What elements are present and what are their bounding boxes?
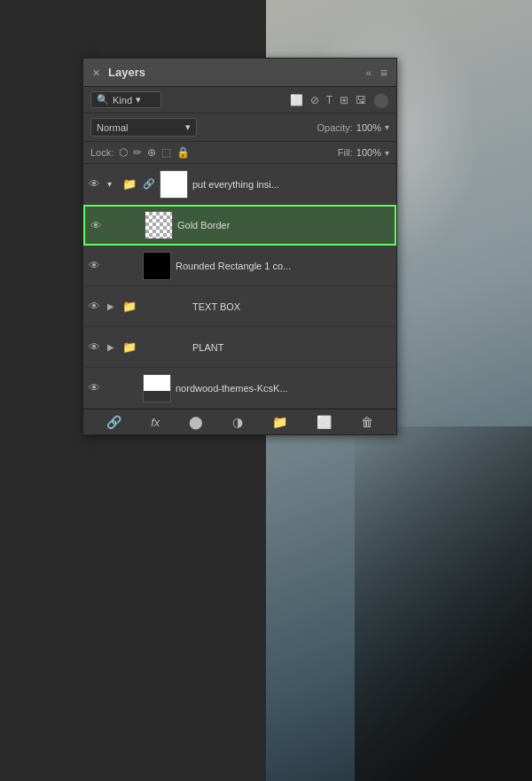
visibility-icon[interactable]: 👁 <box>90 219 105 232</box>
layer-thumbnail <box>145 211 173 239</box>
opacity-value[interactable]: 100% <box>356 122 381 133</box>
lock-transparent-icon[interactable]: ⬡ <box>119 146 128 159</box>
blend-mode-value: Normal <box>97 122 128 133</box>
panel-menu-button[interactable]: ≡ <box>380 66 387 80</box>
layer-thumbnail <box>160 170 188 199</box>
add-mask-icon[interactable]: ⬜ <box>317 415 332 429</box>
lock-row: Lock: ⬡ ✏ ⊕ ⬚ 🔒 Fill: 100% ▾ <box>83 142 396 164</box>
lock-icons: ⬡ ✏ ⊕ ⬚ 🔒 <box>119 146 190 159</box>
layer-name: TEXT BOX <box>192 301 391 312</box>
filter-row: 🔍 Kind ▾ ⬜ ⊘ T ⊞ 🖫 ⬤ <box>83 87 396 113</box>
expand-arrow[interactable]: ▶ <box>107 342 118 352</box>
kind-dropdown[interactable]: 🔍 Kind ▾ <box>90 91 161 108</box>
fill-value[interactable]: 100% <box>356 147 381 158</box>
opacity-arrow[interactable]: ▾ <box>385 122 389 132</box>
fill-section: Fill: 100% ▾ <box>338 147 389 158</box>
search-icon: 🔍 <box>97 94 109 105</box>
table-row[interactable]: 👁 Rounded Rectangle 1 co... <box>83 246 396 286</box>
layer-thumb-content <box>145 212 172 238</box>
fill-arrow[interactable]: ▾ <box>385 148 389 158</box>
table-row[interactable]: 👁 ▶ 📁 PLANT <box>83 327 396 368</box>
visibility-icon[interactable]: 👁 <box>89 300 103 313</box>
kind-label: Kind <box>113 95 132 105</box>
lock-all-icon[interactable]: 🔒 <box>176 146 190 159</box>
visibility-icon[interactable]: 👁 <box>89 259 103 272</box>
layer-thumbnail <box>143 374 171 402</box>
group-folder-icon: 📁 <box>122 340 138 354</box>
opacity-label: Opacity: <box>317 122 353 133</box>
table-row[interactable]: 👁 nordwood-themes-KcsK... <box>83 368 396 409</box>
layer-name: PLANT <box>192 342 391 353</box>
layer-name: Rounded Rectangle 1 co... <box>176 261 391 271</box>
table-row[interactable]: 👁 Gold Border <box>83 205 396 246</box>
layer-thumb-content <box>144 375 170 402</box>
layer-name: put everything insi... <box>192 179 391 190</box>
panel-toolbar: 🔗 fx ⬤ ◑ 📁 ⬜ 🗑 <box>83 409 396 434</box>
filter-smart-icon[interactable]: 🖫 <box>356 94 366 106</box>
table-row[interactable]: 👁 ▶ 📁 TEXT BOX <box>83 286 396 327</box>
new-fill-icon[interactable]: ◑ <box>232 415 243 429</box>
filter-shape-icon[interactable]: ⊞ <box>340 94 348 106</box>
layer-name: Gold Border <box>177 220 389 230</box>
filter-adjustment-icon[interactable]: ⊘ <box>310 94 319 106</box>
new-adjustment-icon[interactable]: ⬤ <box>189 415 203 429</box>
filter-circle-icon[interactable]: ⬤ <box>373 91 389 108</box>
panel-title: Layers <box>108 66 145 79</box>
lock-position-icon[interactable]: ⊕ <box>147 146 156 159</box>
visibility-icon[interactable]: 👁 <box>89 340 103 354</box>
layer-name: nordwood-themes-KcsK... <box>176 383 391 394</box>
visibility-icon[interactable]: 👁 <box>89 381 103 394</box>
filter-icons: ⬜ ⊘ T ⊞ 🖫 ⬤ <box>290 91 389 108</box>
group-folder-icon: 📁 <box>122 300 138 313</box>
filter-text-icon[interactable]: T <box>326 94 332 106</box>
layer-thumb-content <box>144 253 170 279</box>
expand-arrow[interactable]: ▾ <box>107 179 118 189</box>
filter-pixel-icon[interactable]: ⬜ <box>290 94 303 106</box>
opacity-section: Opacity: 100% ▾ <box>317 122 390 133</box>
delete-layer-icon[interactable]: 🗑 <box>361 415 373 429</box>
layer-thumb-content <box>160 171 187 198</box>
layer-thumbnail <box>143 252 171 280</box>
panel-collapse-icon[interactable]: « <box>366 67 372 78</box>
lock-artboard-icon[interactable]: ⬚ <box>161 146 171 159</box>
panel-header: ✕ Layers « ≡ <box>83 59 396 87</box>
visibility-icon[interactable]: 👁 <box>89 177 103 191</box>
new-group-icon[interactable]: 📁 <box>272 415 287 429</box>
layers-list: 👁 ▾ 📁 🔗 put everything insi... 👁 Gold Bo… <box>83 164 396 409</box>
fill-label: Fill: <box>338 147 353 158</box>
panel-header-left: ✕ Layers <box>92 66 145 79</box>
dark-corner <box>355 426 532 781</box>
layer-link-icon: 🔗 <box>143 178 155 190</box>
blend-dropdown-arrow: ▾ <box>185 121 191 133</box>
table-row[interactable]: 👁 ▾ 📁 🔗 put everything insi... <box>83 164 396 205</box>
lock-image-icon[interactable]: ✏ <box>133 146 142 159</box>
close-button[interactable]: ✕ <box>92 68 101 77</box>
fx-button[interactable]: fx <box>151 416 160 429</box>
expand-arrow[interactable]: ▶ <box>107 301 118 311</box>
lock-label: Lock: <box>90 147 113 158</box>
group-folder-icon: 📁 <box>122 177 138 191</box>
blend-row: Normal ▾ Opacity: 100% ▾ <box>83 113 396 142</box>
link-layers-icon[interactable]: 🔗 <box>106 415 121 429</box>
kind-dropdown-arrow: ▾ <box>136 94 141 105</box>
layers-panel: ✕ Layers « ≡ 🔍 Kind ▾ ⬜ ⊘ T ⊞ 🖫 ⬤ Normal… <box>82 58 397 435</box>
blend-mode-dropdown[interactable]: Normal ▾ <box>90 118 197 137</box>
